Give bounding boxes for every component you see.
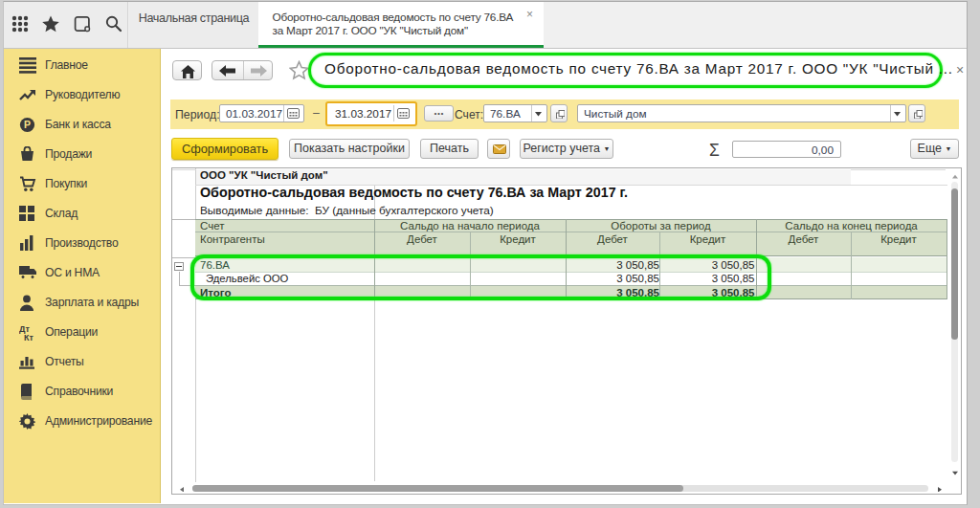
svg-text:P: P [24, 119, 31, 130]
svg-text:Кт: Кт [24, 333, 33, 342]
